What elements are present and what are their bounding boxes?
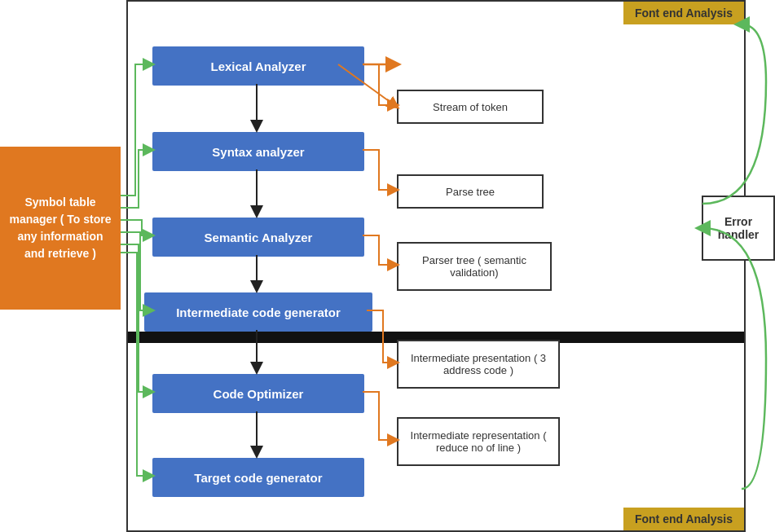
semantic-analyzer-box: Semantic Analyzer [152,218,364,257]
intermediate-gen-box: Intermediate code generator [144,292,372,332]
parser-tree-semantic-box: Parser tree ( semantic validation) [397,242,552,291]
symbol-table-box: Symbol table manager ( To store any info… [0,147,121,310]
code-optimizer-box: Code Optimizer [152,374,364,413]
error-handler-box: Error handler [702,196,775,261]
target-gen-box: Target code generator [152,458,364,497]
font-end-bottom-label: Font end Analysis [623,508,744,530]
parse-tree-box: Parse tree [397,174,544,209]
syntax-analyzer-box: Syntax analyzer [152,132,364,171]
lexical-analyzer-box: Lexical Analyzer [152,46,364,86]
diagram-container: Font end Analysis Font end Analysis Lexi… [126,0,746,532]
font-end-top-label: Font end Analysis [623,2,744,24]
intermediate-representation-box: Intermediate representation ( reduce no … [397,417,560,466]
intermediate-presentation-box: Intermediate presentation ( 3 address co… [397,340,560,389]
stream-token-box: Stream of token [397,90,544,124]
